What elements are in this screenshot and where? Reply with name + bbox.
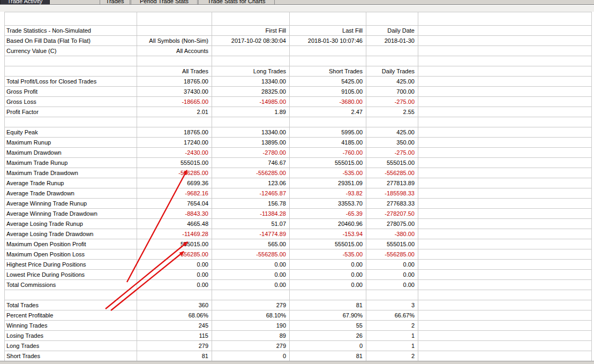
cell-short-trades: 4185.00 bbox=[290, 138, 366, 147]
cell-daily-trades: 1 bbox=[366, 331, 418, 340]
cell-long-trades: -14985.00 bbox=[212, 97, 290, 107]
cell-short-trades: -760.00 bbox=[290, 148, 366, 157]
table-row[interactable]: All TradesLong TradesShort TradesDaily T… bbox=[5, 66, 591, 77]
cell-short-trades bbox=[290, 290, 366, 300]
cell-empty bbox=[418, 168, 591, 178]
header-spacer-row[interactable] bbox=[5, 12, 591, 26]
cell-daily-trades: 350.00 bbox=[366, 138, 418, 147]
cell-daily-trades bbox=[366, 290, 418, 300]
cell-long-trades: -556285.00 bbox=[212, 249, 290, 259]
cell-long-trades bbox=[212, 46, 290, 56]
cell-label: Maximum Open Position Loss bbox=[5, 249, 137, 259]
cell-empty bbox=[418, 199, 591, 208]
table-row[interactable]: Maximum Open Position Loss-556285.00-556… bbox=[5, 249, 591, 260]
cell-all-trades: All Accounts bbox=[137, 46, 212, 56]
cell-label: Average Trade Drawdown bbox=[5, 188, 137, 198]
cell-long-trades: 746.67 bbox=[212, 158, 290, 168]
tab-trade-activity[interactable]: Trade Activity bbox=[0, 0, 50, 5]
cell-label bbox=[5, 12, 137, 25]
table-row[interactable]: Profit Factor2.011.892.472.55 bbox=[5, 107, 591, 117]
table-row[interactable]: Winning Trades245190552 bbox=[5, 321, 591, 331]
tab-bar: Trade Activity Trades Period Trade Stats… bbox=[0, 0, 594, 5]
cell-long-trades: 68.10% bbox=[212, 310, 290, 320]
cell-label bbox=[5, 290, 137, 300]
cell-short-trades: 0.00 bbox=[290, 280, 366, 290]
cell-label: Maximum Drawdown bbox=[5, 148, 137, 157]
cell-empty bbox=[418, 46, 591, 56]
cell-short-trades: 20460.96 bbox=[290, 219, 366, 229]
cell-label: Average Losing Trade Drawdown bbox=[5, 229, 137, 239]
table-row[interactable] bbox=[5, 290, 591, 300]
cell-long-trades: 123.06 bbox=[212, 178, 290, 188]
cell-daily-trades: 66.67% bbox=[366, 310, 418, 320]
table-row[interactable] bbox=[5, 56, 591, 66]
tab-trade-stats-for-charts[interactable]: Trade Stats for Charts bbox=[198, 0, 275, 5]
table-row[interactable]: Average Trade Drawdown-9682.16-12465.87-… bbox=[5, 188, 591, 199]
table-row[interactable]: Maximum Trade Runup555015.00746.67555015… bbox=[5, 158, 591, 168]
table-row[interactable]: Highest Price During Positions0.000.000.… bbox=[5, 260, 591, 270]
cell-all-trades: -9682.16 bbox=[137, 188, 212, 198]
table-row[interactable]: Maximum Drawdown-2430.00-2780.00-760.00-… bbox=[5, 148, 591, 158]
cell-long-trades: -556285.00 bbox=[212, 168, 290, 178]
cell-short-trades bbox=[290, 12, 366, 25]
cell-label: Average Winning Trade Drawdown bbox=[5, 209, 137, 218]
table-row[interactable]: Losing Trades11589261 bbox=[5, 331, 591, 341]
table-row[interactable]: Total Commissions0.000.000.000.00 bbox=[5, 280, 591, 290]
table-row[interactable]: Average Winning Trade Runup7654.04156.78… bbox=[5, 199, 591, 209]
cell-empty bbox=[418, 12, 591, 25]
cell-empty bbox=[418, 249, 591, 259]
cell-daily-trades: -275.00 bbox=[366, 97, 418, 107]
cell-long-trades: 28325.00 bbox=[212, 87, 290, 96]
cell-daily-trades: 0.00 bbox=[366, 280, 418, 290]
table-row[interactable]: Short Trades810812 bbox=[5, 351, 591, 361]
cell-all-trades: All Symbols (Non-Sim) bbox=[137, 36, 212, 46]
table-row[interactable]: Gross Profit37430.0028325.009105.00700.0… bbox=[5, 87, 591, 97]
table-row[interactable] bbox=[5, 117, 591, 127]
table-row[interactable]: Maximum Open Position Profit555015.00565… bbox=[5, 239, 591, 249]
cell-label: Maximum Trade Runup bbox=[5, 158, 137, 168]
table-row[interactable]: Equity Peak18765.0013340.005995.00425.00 bbox=[5, 127, 591, 138]
cell-long-trades: 156.78 bbox=[212, 199, 290, 208]
table-row[interactable]: Trade Statistics - Non-SimulatedFirst Fi… bbox=[5, 26, 591, 36]
table-row[interactable]: Maximum Runup17240.0013895.004185.00350.… bbox=[5, 138, 591, 148]
cell-empty bbox=[418, 188, 591, 198]
cell-long-trades: 0.00 bbox=[212, 270, 290, 279]
table-row[interactable]: Total Trades360279813 bbox=[5, 300, 591, 310]
table-row[interactable]: Average Losing Trade Drawdown-11469.28-1… bbox=[5, 229, 591, 239]
cell-short-trades: 55 bbox=[290, 321, 366, 330]
table-row[interactable]: Percent Profitable68.06%68.10%67.90%66.6… bbox=[5, 310, 591, 321]
table-row[interactable]: Lowest Price During Positions0.000.000.0… bbox=[5, 270, 591, 280]
cell-daily-trades: 0.00 bbox=[366, 270, 418, 279]
table-row[interactable]: Total Profit/Loss for Closed Trades18765… bbox=[5, 77, 591, 87]
cell-daily-trades: Daily Trades bbox=[366, 66, 418, 76]
cell-label: Short Trades bbox=[5, 351, 137, 361]
table-row[interactable]: Maximum Trade Drawdown-556285.00-556285.… bbox=[5, 168, 591, 178]
cell-daily-trades: Daily Date bbox=[366, 26, 418, 35]
cell-empty bbox=[418, 148, 591, 157]
cell-all-trades: 4665.48 bbox=[137, 219, 212, 229]
cell-label: Highest Price During Positions bbox=[5, 260, 137, 269]
table-row[interactable]: Average Trade Runup6699.36123.0629351.09… bbox=[5, 178, 591, 188]
table-row[interactable]: Based On Fill Data (Flat To Flat)All Sym… bbox=[5, 36, 591, 46]
cell-short-trades bbox=[290, 56, 366, 66]
cell-daily-trades: 277683.33 bbox=[366, 199, 418, 208]
cell-label: Percent Profitable bbox=[5, 310, 137, 320]
cell-long-trades: 1.89 bbox=[212, 107, 290, 117]
tab-period-trade-stats[interactable]: Period Trade Stats bbox=[131, 0, 198, 5]
cell-empty bbox=[418, 300, 591, 310]
cell-label: Maximum Trade Drawdown bbox=[5, 168, 137, 178]
cell-all-trades: 115 bbox=[137, 331, 212, 340]
table-row[interactable]: Currency Value (C)All Accounts bbox=[5, 46, 591, 56]
tab-trades[interactable]: Trades bbox=[100, 0, 130, 5]
cell-daily-trades: -185598.33 bbox=[366, 188, 418, 198]
table-row[interactable]: Average Losing Trade Runup4665.4851.0720… bbox=[5, 219, 591, 229]
cell-empty bbox=[418, 26, 591, 35]
table-row[interactable]: Gross Loss-18665.00-14985.00-3680.00-275… bbox=[5, 97, 591, 107]
cell-all-trades: 18765.00 bbox=[137, 127, 212, 137]
cell-empty bbox=[418, 56, 591, 66]
cell-all-trades: -2430.00 bbox=[137, 148, 212, 157]
table-row[interactable]: Long Trades27927901 bbox=[5, 341, 591, 351]
cell-short-trades: 555015.00 bbox=[290, 239, 366, 249]
cell-daily-trades: 277813.89 bbox=[366, 178, 418, 188]
table-row[interactable]: Average Winning Trade Drawdown-8843.30-1… bbox=[5, 209, 591, 219]
